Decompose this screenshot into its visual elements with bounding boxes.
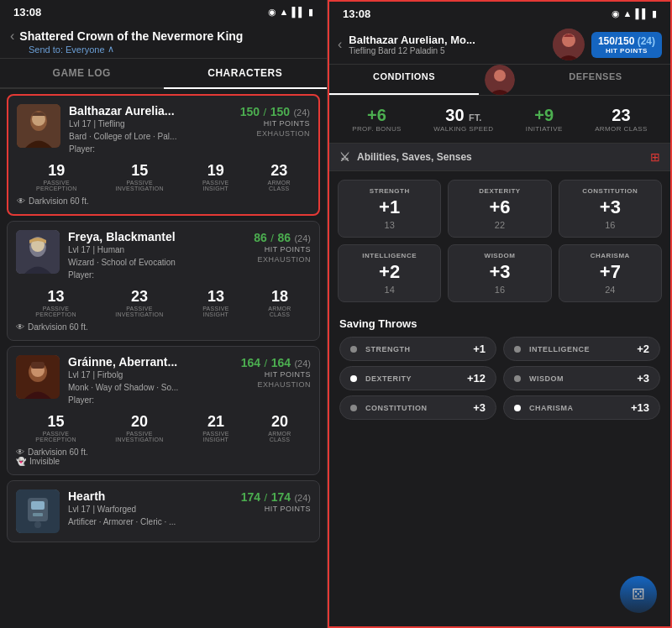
character-card-freya[interactable]: Freya, Blackmantel Lvl 17 | Human Wizard… — [7, 221, 320, 341]
balthazar-name: Balthazar Aurelia... — [69, 104, 232, 118]
st-strength[interactable]: STRENGTH +1 — [339, 337, 496, 361]
st-charisma[interactable]: CHARISMA +13 — [503, 395, 660, 420]
left-back-button[interactable]: ‹ — [10, 29, 14, 44]
right-status-bar: 13:08 ◉ ▲ ▌▌ ▮ — [329, 2, 670, 25]
bottom-fade — [329, 576, 670, 626]
right-char-avatar — [553, 29, 585, 60]
avatar-grainne — [16, 355, 60, 399]
ability-wisdom[interactable]: WISDOM +3 16 — [448, 244, 551, 302]
left-header: ‹ Shattered Crown of the Nevermore King … — [0, 24, 327, 59]
right-char-info: Balthazar Aurelian, Mo... Tiefling Bard … — [349, 34, 546, 55]
right-char-class: Tiefling Bard 12 Paladin 5 — [349, 46, 546, 55]
abilities-icon: ⚔ — [339, 150, 350, 164]
balthazar-hp: 150 / 150 (24) HIT POINTS EXHAUSTION — [240, 104, 310, 138]
svg-rect-12 — [31, 501, 45, 510]
grainne-invisible: 👻Invisible — [16, 457, 311, 466]
st-dexterity-dot — [350, 375, 357, 382]
freya-meta: Lvl 17 | Human Wizard · School of Evocat… — [68, 243, 245, 281]
right-hp-badge: 150/150 (24) HIT POINTS — [591, 32, 662, 58]
send-to-label: Send to: Everyone — [29, 44, 105, 55]
st-row-1: STRENGTH +1 INTELLIGENCE +2 — [339, 337, 660, 361]
quick-stats: +6 PROF. BONUS 30 FT. WALKING SPEED +9 I… — [329, 96, 670, 144]
grainne-darkvision: 👁Darkvision 60 ft. — [16, 447, 311, 457]
st-row-3: CONSTITUTION +3 CHARISMA +13 — [339, 395, 660, 420]
right-back-button[interactable]: ‹ — [338, 37, 342, 52]
send-to-button[interactable]: Send to: Everyone ∧ — [29, 44, 317, 55]
avatar-balthazar — [17, 104, 60, 148]
ability-strength[interactable]: STRENGTH +1 13 — [338, 180, 441, 238]
quick-stat-armor-class: 23 ARMOR CLASS — [595, 106, 648, 133]
fab-dice-button[interactable]: ⚄ — [620, 576, 657, 613]
st-dexterity[interactable]: DEXTERITY +12 — [339, 366, 496, 390]
abilities-grid: STRENGTH +1 13 DEXTERITY +6 22 CONSTITUT… — [329, 171, 670, 311]
avatar-freya — [16, 230, 60, 274]
quick-stat-walking-speed: 30 FT. WALKING SPEED — [433, 106, 493, 133]
ability-constitution[interactable]: CONSTITUTION +3 16 — [559, 180, 662, 238]
avatar-hearth — [16, 489, 60, 533]
right-status-icons: ◉ ▲ ▌▌ ▮ — [612, 8, 657, 19]
balthazar-hp-current: 150 — [240, 105, 260, 118]
ability-intelligence[interactable]: INTELLIGENCE +2 14 — [338, 244, 441, 302]
st-strength-dot — [350, 346, 357, 353]
balthazar-meta: Lvl 17 | Tiefling Bard · College of Lore… — [69, 118, 232, 155]
saving-throws-title: Saving Throws — [339, 317, 660, 330]
freya-info: Freya, Blackmantel Lvl 17 | Human Wizard… — [68, 230, 245, 281]
campaign-title: Shattered Crown of the Nevermore King — [19, 29, 243, 43]
tab-conditions[interactable]: CONDITIONS — [329, 65, 479, 95]
right-panel: 13:08 ◉ ▲ ▌▌ ▮ ‹ Balthazar Aurelian, Mo.… — [328, 0, 672, 628]
tab-defenses[interactable]: DEFENSES — [521, 65, 670, 95]
right-time: 13:08 — [343, 8, 370, 20]
st-charisma-dot — [514, 405, 521, 411]
hearth-meta: Lvl 17 | Warforged Artificer · Armorer ·… — [68, 503, 233, 528]
tab-game-log[interactable]: GAME LOG — [0, 59, 164, 87]
battery-icon: ▮ — [308, 7, 313, 18]
grainne-meta: Lvl 17 | Firbolg Monk · Way of Shadow · … — [68, 369, 233, 406]
saving-throws-grid: STRENGTH +1 INTELLIGENCE +2 DEXTERI — [339, 337, 660, 420]
st-wisdom[interactable]: WISDOM +3 — [503, 366, 660, 390]
freya-hp: 86 / 86 (24) HIT POINTS EXHAUSTION — [254, 230, 311, 264]
st-intelligence-dot — [514, 346, 521, 353]
grid-icon[interactable]: ⊞ — [650, 150, 660, 164]
conditions-tabs: CONDITIONS DEFENSES — [329, 65, 670, 96]
tab-characters[interactable]: CHARACTERS — [164, 59, 328, 89]
signal-icon: ▌▌ — [291, 7, 305, 17]
character-card-hearth[interactable]: Hearth Lvl 17 | Warforged Artificer · Ar… — [7, 480, 320, 542]
character-card-grainne[interactable]: Gráinne, Aberrant... Lvl 17 | Firbolg Mo… — [7, 346, 320, 475]
quick-stat-prof-bonus: +6 PROF. BONUS — [352, 106, 402, 133]
character-card-balthazar[interactable]: Balthazar Aurelia... Lvl 17 | Tiefling B… — [7, 94, 320, 216]
st-constitution[interactable]: CONSTITUTION +3 — [339, 395, 496, 420]
svg-rect-13 — [33, 513, 43, 516]
st-constitution-dot — [350, 405, 357, 411]
ability-charisma[interactable]: CHARISMA +7 24 — [559, 244, 662, 302]
grainne-name: Gráinne, Aberrant... — [68, 355, 233, 369]
st-row-2: DEXTERITY +12 WISDOM +3 — [339, 366, 660, 390]
svg-point-14 — [34, 521, 41, 528]
hearth-hp: 174 / 174 (24) HIT POINTS — [241, 489, 311, 513]
st-intelligence[interactable]: INTELLIGENCE +2 — [503, 337, 660, 361]
abilities-section-header: ⚔ Abilities, Saves, Senses ⊞ — [329, 144, 670, 171]
left-time: 13:08 — [13, 6, 41, 18]
ability-dexterity[interactable]: DEXTERITY +6 22 — [448, 180, 551, 238]
right-battery-icon: ▮ — [652, 8, 657, 19]
grainne-hp: 164 / 164 (24) HIT POINTS EXHAUSTION — [241, 355, 311, 389]
right-signal-icon: ▌▌ — [635, 8, 648, 18]
left-status-bar: 13:08 ◉ ▲ ▌▌ ▮ — [0, 0, 327, 24]
hearth-info: Hearth Lvl 17 | Warforged Artificer · Ar… — [68, 489, 233, 528]
grainne-info: Gráinne, Aberrant... Lvl 17 | Firbolg Mo… — [68, 355, 233, 406]
send-to-chevron: ∧ — [108, 44, 114, 55]
right-eye-icon: ◉ — [612, 8, 620, 19]
tab-avatar-center — [479, 65, 521, 95]
hearth-name: Hearth — [68, 489, 233, 503]
svg-rect-9 — [31, 362, 45, 369]
characters-list: Balthazar Aurelia... Lvl 17 | Tiefling B… — [0, 89, 327, 628]
quick-stat-initiative: +9 INITIATIVE — [526, 106, 563, 133]
right-header: ‹ Balthazar Aurelian, Mo... Tiefling Bar… — [329, 25, 670, 65]
freya-darkvision: 👁Darkvision 60 ft. — [16, 322, 311, 332]
freya-name: Freya, Blackmantel — [68, 230, 245, 243]
right-wifi-icon: ▲ — [623, 8, 633, 18]
st-wisdom-dot — [514, 375, 521, 382]
abilities-section-title: ⚔ Abilities, Saves, Senses — [339, 150, 472, 164]
right-char-name: Balthazar Aurelian, Mo... — [349, 34, 546, 46]
balthazar-darkvision: 👁Darkvision 60 ft. — [17, 196, 310, 206]
saving-throws-section: Saving Throws STRENGTH +1 INTELLIGENCE +… — [329, 311, 670, 423]
